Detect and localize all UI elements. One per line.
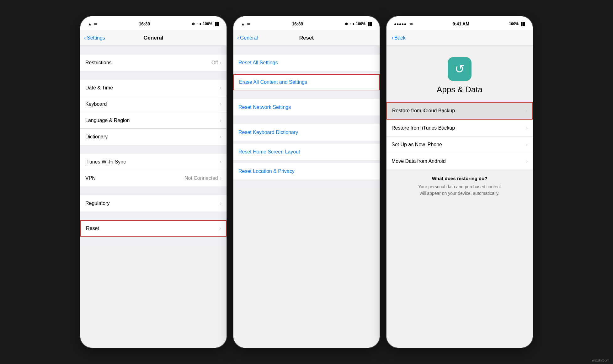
nav-bar-1: ‹ Settings General — [80, 30, 227, 46]
vpn-cell[interactable]: VPN Not Connected › — [80, 170, 227, 186]
datetime-value: › — [220, 85, 221, 91]
restore-icloud-label: Restore from iCloud Backup — [392, 108, 455, 114]
back-chevron-2: ‹ — [237, 35, 239, 41]
apps-icon-container: ↺ — [448, 57, 472, 81]
battery-text-2: 100% — [356, 22, 365, 26]
status-time-1: 16:39 — [139, 21, 150, 26]
dictionary-value: › — [220, 134, 221, 140]
regulatory-label: Regulatory — [85, 201, 109, 206]
reset-keyboard-label: Reset Keyboard Dictionary — [238, 130, 298, 135]
move-android-section: Move Data from Android › — [386, 153, 533, 169]
reset-section: Reset › — [80, 220, 227, 237]
reset-all-settings-cell[interactable]: Reset All Settings — [233, 55, 380, 71]
restrictions-cell[interactable]: Restrictions Off › — [80, 55, 227, 71]
reset-all-settings-label: Reset All Settings — [238, 60, 278, 66]
status-left-1: ▲ ≋ — [88, 22, 97, 26]
move-android-label: Move Data from Android — [392, 158, 446, 164]
gap4 — [80, 186, 227, 195]
dictionary-chevron: › — [220, 134, 221, 140]
general-back-button[interactable]: ‹ General — [237, 35, 258, 41]
setup-new-label: Set Up as New iPhone — [392, 142, 442, 147]
reset-network-label: Reset Network Settings — [238, 104, 291, 110]
back-chevron-1: ‹ — [84, 35, 86, 41]
regulatory-section: Regulatory › — [80, 195, 227, 211]
arrow-icon-2: ↑ — [349, 22, 351, 26]
keyboard-label: Keyboard — [85, 101, 107, 107]
what-does-body: Your personal data and purchased content… — [393, 184, 526, 197]
status-time-3: 9:41 AM — [453, 21, 469, 26]
gap6 — [80, 237, 227, 245]
back-chevron-3: ‹ — [392, 35, 393, 41]
reset-home-cell[interactable]: Reset Home Screen Layout — [233, 144, 380, 160]
location-icon-2: ⊕ — [345, 22, 348, 26]
status-bar-2: ▲ ≋ 16:39 ⊕ ↑ ● 100% ▐█ — [233, 16, 380, 30]
status-left-3: ●●●●● ≋ — [394, 22, 413, 26]
battery-icon-2: ▐█ — [367, 22, 372, 26]
wifi-icon-1: ▲ — [88, 22, 92, 26]
reset-home-label: Reset Home Screen Layout — [238, 149, 300, 155]
gap3 — [80, 145, 227, 154]
reset-label: Reset — [86, 226, 99, 231]
language-value: › — [220, 118, 221, 123]
back-label-1: Settings — [87, 35, 105, 41]
vpn-value: Not Connected › — [184, 175, 221, 181]
battery-icon-1: ▐█ — [214, 22, 219, 26]
setup-new-chevron: › — [526, 142, 528, 147]
apps-data-title: Apps & Data — [437, 85, 482, 94]
vpn-status: Not Connected — [184, 175, 218, 181]
phone1: ▲ ≋ 16:39 ⊕ ↑ ● 100% ▐█ ‹ Settings Gener… — [80, 16, 227, 348]
vpn-label: VPN — [85, 175, 96, 181]
itunes-wifi-cell[interactable]: iTunes Wi-Fi Sync › — [80, 154, 227, 170]
reset-location-section: Reset Location & Privacy — [233, 163, 380, 179]
datetime-chevron: › — [220, 85, 221, 91]
restore-icloud-row[interactable]: Restore from iCloud Backup › — [386, 102, 533, 120]
battery-icon-3: ▐█ — [520, 22, 525, 26]
move-android-cell[interactable]: Move Data from Android › — [386, 153, 533, 169]
keyboard-cell[interactable]: Keyboard › — [80, 96, 227, 112]
vpn-chevron: › — [220, 175, 221, 181]
dots-icon-3: ●●●●● — [394, 22, 406, 26]
restrictions-chevron: › — [220, 60, 221, 66]
regulatory-cell[interactable]: Regulatory › — [80, 195, 227, 211]
wifi-icon-2: ▲ — [241, 22, 245, 26]
datetime-cell[interactable]: Date & Time › — [80, 80, 227, 96]
datetime-label: Date & Time — [85, 85, 113, 91]
back-label-2: General — [240, 35, 258, 41]
status-bar-3: ●●●●● ≋ 9:41 AM 100% ▐█ — [386, 16, 533, 30]
location-icon-1: ⊕ — [192, 22, 195, 26]
status-right-1: ⊕ ↑ ● 100% ▐█ — [192, 22, 219, 26]
settings-back-button[interactable]: ‹ Settings — [84, 35, 105, 41]
arrow-icon-1: ↑ — [196, 22, 198, 26]
dictionary-label: Dictionary — [85, 134, 108, 140]
status-right-2: ⊕ ↑ ● 100% ▐█ — [345, 22, 372, 26]
battery-text-1: 100% — [203, 22, 212, 26]
gap2-3 — [233, 90, 380, 99]
keyboard-chevron: › — [220, 101, 221, 107]
reset-location-cell[interactable]: Reset Location & Privacy — [233, 163, 380, 179]
wifi-icon-3: ≋ — [409, 22, 413, 26]
dictionary-cell[interactable]: Dictionary › — [80, 129, 227, 145]
status-bar-1: ▲ ≋ 16:39 ⊕ ↑ ● 100% ▐█ — [80, 16, 227, 30]
gap2 — [80, 71, 227, 80]
reset-chevron: › — [219, 226, 221, 231]
gap2-6 — [233, 160, 380, 163]
gap2-7 — [233, 179, 380, 188]
restore-itunes-cell[interactable]: Restore from iTunes Backup › — [386, 120, 533, 136]
restore-itunes-chevron: › — [526, 125, 528, 131]
setup-new-cell[interactable]: Set Up as New iPhone › — [386, 136, 533, 153]
reset-cell[interactable]: Reset › — [80, 220, 227, 237]
what-does-section: What does restoring do? Your personal da… — [386, 169, 533, 200]
erase-all-cell[interactable]: Erase All Content and Settings — [233, 74, 380, 90]
language-chevron: › — [220, 118, 221, 123]
reset-home-section: Reset Home Screen Layout — [233, 144, 380, 160]
restore-icloud-chevron: › — [525, 108, 527, 114]
reset-keyboard-cell[interactable]: Reset Keyboard Dictionary — [233, 124, 380, 141]
back-button-3[interactable]: ‹ Back — [392, 35, 406, 41]
language-cell[interactable]: Language & Region › — [80, 112, 227, 129]
erase-all-label: Erase All Content and Settings — [239, 79, 307, 85]
move-android-chevron: › — [526, 158, 528, 164]
reset-value: › — [219, 226, 221, 231]
itunes-wifi-label: iTunes Wi-Fi Sync — [85, 159, 126, 165]
reset-network-cell[interactable]: Reset Network Settings — [233, 99, 380, 115]
itunes-wifi-chevron: › — [220, 159, 221, 165]
